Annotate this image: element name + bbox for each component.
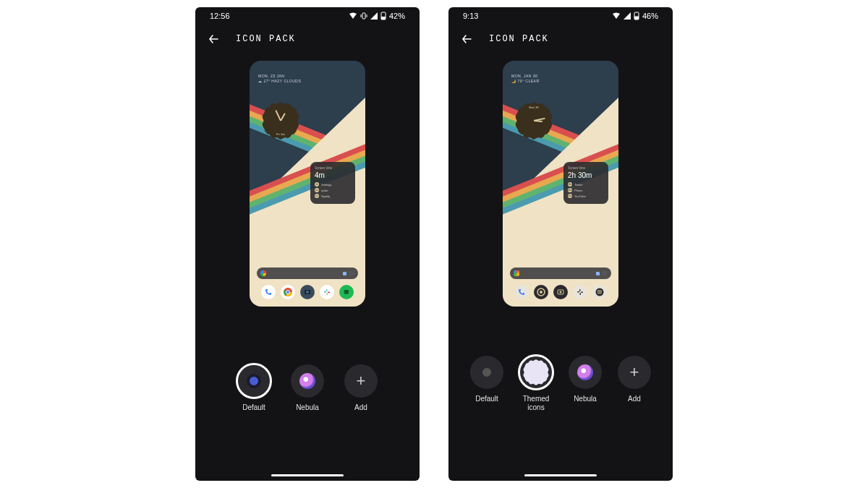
option-label: Add — [354, 403, 367, 412]
screen-time-label: Screen time — [568, 166, 604, 170]
svg-point-16 — [540, 291, 542, 294]
clock-date: Fri Jan — [264, 132, 297, 136]
clock-widget: Mon 30 — [517, 104, 550, 137]
clock-date: Mon 30 — [517, 106, 550, 109]
option-label: Add — [628, 395, 641, 403]
battery-icon — [380, 12, 386, 20]
phone-screenshot-left: 12:56 42% ICON PACK MON, 23 JAN ☁ 17° HA… — [195, 7, 420, 481]
camera-app-icon — [300, 285, 315, 299]
option-swatch — [569, 356, 602, 389]
weather-date: MON, JAN 30 — [511, 74, 540, 79]
svg-rect-0 — [362, 13, 365, 19]
wifi-icon — [349, 12, 357, 20]
screen-time-widget: Screen time 4m 2mSettings 1moxide 1mSpot… — [310, 162, 355, 204]
screen-time-app-row: 58mTwitter — [568, 182, 604, 187]
arrow-left-icon — [208, 33, 221, 46]
icon-pack-option-themed[interactable]: Themed icons — [516, 356, 556, 412]
status-time: 9:13 — [463, 12, 478, 20]
screen-time-app-row: 2mSettings — [315, 182, 351, 187]
option-label: Nebula — [296, 403, 319, 412]
svg-rect-4 — [381, 17, 386, 20]
home-indicator[interactable] — [271, 474, 344, 476]
svg-point-6 — [286, 291, 290, 294]
status-bar: 9:13 46% — [448, 7, 673, 25]
chrome-app-icon — [281, 285, 295, 299]
plus-icon: + — [357, 372, 366, 390]
svg-rect-12 — [328, 292, 330, 294]
option-label: Themed icons — [516, 395, 556, 412]
status-bar: 12:56 42% — [195, 7, 420, 25]
weather-temp: 17° HAZY CLOUDS — [263, 79, 301, 83]
home-screen-preview[interactable]: MON, 23 JAN ☁ 17° HAZY CLOUDS Fri Jan Sc… — [250, 61, 365, 307]
chrome-app-icon — [534, 285, 548, 299]
slack-app-icon — [320, 285, 334, 299]
wifi-icon — [612, 12, 621, 20]
option-label: Nebula — [574, 395, 597, 403]
search-bar — [257, 267, 358, 279]
svg-rect-19 — [579, 289, 581, 291]
plus-icon: + — [630, 363, 639, 382]
preview-area: MON, JAN 30 🌙 70° CLEAR Mon 30 Screen ti… — [448, 53, 673, 307]
camera-app-icon — [553, 285, 568, 299]
page-header: ICON PACK — [448, 25, 673, 53]
arrow-left-icon — [461, 33, 474, 46]
vibrate-icon — [360, 12, 367, 20]
signal-icon — [370, 12, 378, 20]
option-swatch: + — [344, 364, 378, 398]
weather-widget: MON, JAN 30 🌙 70° CLEAR — [511, 74, 540, 84]
icon-pack-options: Default Themed icons Nebula + Add — [448, 356, 673, 412]
page-header: ICON PACK — [195, 25, 420, 53]
svg-rect-10 — [324, 291, 326, 293]
screen-time-label: Screen time — [315, 166, 351, 170]
icon-pack-option-default[interactable]: Default — [467, 356, 507, 412]
icon-pack-option-default[interactable]: Default — [234, 364, 274, 412]
home-screen-preview[interactable]: MON, JAN 30 🌙 70° CLEAR Mon 30 Screen ti… — [503, 61, 618, 307]
back-button[interactable] — [460, 32, 475, 46]
screen-time-value: 2h 30m — [568, 171, 604, 179]
search-bar — [510, 267, 611, 279]
home-indicator[interactable] — [524, 474, 597, 476]
slack-app-icon — [573, 285, 587, 299]
svg-point-8 — [306, 291, 309, 294]
spotify-app-icon — [592, 285, 607, 299]
svg-rect-14 — [634, 17, 639, 20]
svg-rect-22 — [581, 292, 583, 294]
icon-pack-option-nebula[interactable]: Nebula — [287, 364, 328, 412]
svg-rect-11 — [327, 293, 328, 295]
screen-time-app-row: 1moxide — [315, 188, 351, 192]
battery-percent: 46% — [642, 12, 658, 20]
option-label: Default — [242, 403, 265, 412]
icon-pack-option-nebula[interactable]: Nebula — [565, 356, 605, 412]
mic-icon — [596, 272, 600, 275]
option-swatch — [519, 356, 553, 389]
option-label: Default — [475, 395, 498, 403]
option-swatch — [291, 364, 324, 398]
status-icons: 42% — [349, 12, 405, 20]
screen-time-app-row: 26mYouTube — [568, 194, 604, 198]
weather-date: MON, 23 JAN — [258, 74, 301, 79]
weather-widget: MON, 23 JAN ☁ 17° HAZY CLOUDS — [258, 74, 301, 84]
back-button[interactable] — [207, 32, 221, 46]
spotify-app-icon — [339, 285, 354, 299]
screen-time-widget: Screen time 2h 30m 58mTwitter 46mPhone 2… — [563, 162, 608, 204]
page-title: ICON PACK — [489, 34, 549, 44]
screen-time-app-row: 1mSpotify — [315, 194, 351, 198]
clock-widget: Fri Jan — [264, 104, 297, 137]
icon-pack-option-add[interactable]: + Add — [341, 364, 381, 412]
signal-icon — [624, 12, 631, 20]
screen-time-value: 4m — [315, 171, 351, 179]
phone-app-icon — [261, 285, 276, 299]
preview-area: MON, 23 JAN ☁ 17° HAZY CLOUDS Fri Jan Sc… — [195, 53, 420, 307]
status-time: 12:56 — [210, 12, 230, 20]
lens-icon — [602, 270, 608, 276]
battery-percent: 42% — [389, 12, 405, 20]
option-swatch — [470, 356, 503, 389]
option-swatch — [237, 364, 271, 398]
icon-pack-option-add[interactable]: + Add — [614, 356, 655, 412]
google-logo-icon — [260, 270, 266, 276]
screen-time-app-row: 46mPhone — [568, 188, 604, 192]
icon-pack-options: Default Nebula + Add — [195, 364, 420, 412]
mic-icon — [343, 272, 346, 275]
phone-screenshot-right: 9:13 46% ICON PACK MON, JAN 30 🌙 70° CLE… — [448, 7, 673, 481]
weather-temp: 70° CLEAR — [517, 79, 539, 83]
